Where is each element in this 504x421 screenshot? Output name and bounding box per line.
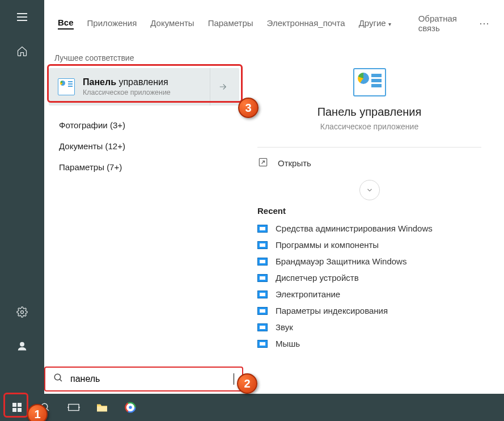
recent-item[interactable]: Средства администрирования Windows xyxy=(257,224,481,233)
file-explorer[interactable] xyxy=(90,395,115,419)
gear-icon xyxy=(16,306,28,318)
control-panel-icon xyxy=(58,78,75,95)
best-match-subtitle: Классическое приложение xyxy=(83,89,171,96)
recent-item[interactable]: Брандмауэр Защитника Windows xyxy=(257,256,481,266)
detail-title: Панель управления xyxy=(257,106,481,119)
recent-item[interactable]: Программы и компоненты xyxy=(257,240,481,250)
open-action[interactable]: Открыть xyxy=(257,157,481,170)
results-column: Лучшее соответствие Панель управления Кл… xyxy=(44,47,244,364)
svg-point-1 xyxy=(20,342,24,346)
result-settings[interactable]: Параметры (7+) xyxy=(44,157,244,178)
tab-all[interactable]: Все xyxy=(58,18,74,30)
search-icon xyxy=(53,373,63,385)
folder-icon xyxy=(96,402,108,412)
home-button[interactable] xyxy=(0,34,44,68)
home-icon xyxy=(16,45,28,57)
tab-apps[interactable]: Приложения xyxy=(87,18,137,29)
search-input[interactable] xyxy=(70,374,235,384)
app-icon xyxy=(257,225,268,233)
app-icon xyxy=(257,323,268,331)
open-icon xyxy=(257,157,269,170)
start-button[interactable] xyxy=(5,395,29,419)
expand-arrow[interactable] xyxy=(210,68,235,106)
divider xyxy=(257,147,481,148)
hamburger-menu[interactable] xyxy=(0,0,44,34)
detail-pane: Панель управления Классическое приложени… xyxy=(244,47,495,364)
tab-email[interactable]: Электронная_почта xyxy=(267,18,345,29)
task-view[interactable] xyxy=(61,395,86,419)
app-icon xyxy=(257,307,268,315)
app-icon xyxy=(257,274,268,282)
taskbar-search[interactable] xyxy=(33,395,58,419)
result-photos[interactable]: Фотографии (3+) xyxy=(44,115,244,136)
open-label: Открыть xyxy=(278,158,311,168)
app-icon xyxy=(257,241,268,249)
recent-item[interactable]: Звук xyxy=(257,322,481,332)
tab-more[interactable]: Другие▾ xyxy=(359,18,391,29)
feedback-link[interactable]: Обратная связь xyxy=(418,14,465,33)
svg-point-4 xyxy=(41,403,48,410)
svg-point-0 xyxy=(21,311,24,314)
windows-icon xyxy=(12,403,22,412)
recent-item[interactable]: Мышь xyxy=(257,339,481,348)
svg-rect-5 xyxy=(69,405,79,411)
best-match-result[interactable]: Панель управления Классическое приложени… xyxy=(49,68,239,106)
result-documents[interactable]: Документы (12+) xyxy=(44,136,244,157)
expand-toggle[interactable] xyxy=(359,180,380,200)
search-box[interactable] xyxy=(44,367,243,391)
recent-item[interactable]: Диспетчер устройств xyxy=(257,273,481,283)
chrome[interactable] xyxy=(118,395,143,419)
task-view-icon xyxy=(67,402,80,412)
search-header: Все Приложения Документы Параметры Элект… xyxy=(44,0,504,47)
tab-documents[interactable]: Документы xyxy=(150,18,194,29)
more-menu[interactable]: ⋯ xyxy=(479,17,490,30)
tab-more-label: Другие xyxy=(359,18,386,28)
hamburger-icon xyxy=(17,13,27,21)
recent-item[interactable]: Электропитание xyxy=(257,289,481,299)
app-icon xyxy=(257,258,268,266)
settings-button[interactable] xyxy=(0,295,44,329)
best-match-title: Панель управления xyxy=(83,77,171,87)
text-cursor xyxy=(234,373,234,385)
recent-item[interactable]: Параметры индексирования xyxy=(257,306,481,315)
tab-settings[interactable]: Параметры xyxy=(208,18,253,29)
user-icon xyxy=(16,340,28,352)
svg-point-3 xyxy=(54,374,61,380)
search-icon xyxy=(40,402,50,412)
chevron-down-icon xyxy=(366,186,374,194)
taskbar xyxy=(0,394,504,421)
arrow-right-icon xyxy=(218,82,228,92)
app-icon xyxy=(257,291,268,298)
recent-label: Recent xyxy=(257,206,481,216)
app-icon xyxy=(257,340,268,348)
chevron-down-icon: ▾ xyxy=(388,21,391,27)
best-match-label: Лучшее соответствие xyxy=(44,47,244,68)
profile-button[interactable] xyxy=(0,329,44,363)
side-rail xyxy=(0,0,44,397)
recent-list: Средства администрирования Windows Прогр… xyxy=(257,224,481,348)
chrome-icon xyxy=(125,402,136,413)
detail-subtitle: Классическое приложение xyxy=(257,122,481,131)
control-panel-large-icon xyxy=(353,68,386,96)
